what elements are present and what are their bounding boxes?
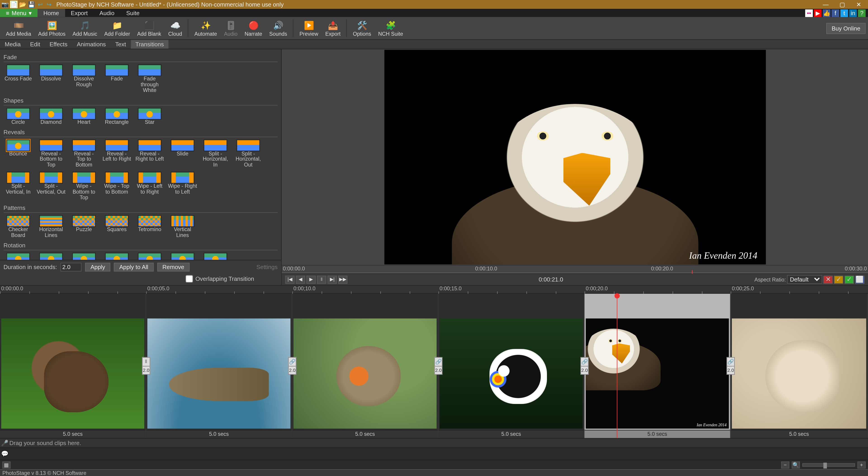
transition-split-vertical-in[interactable]: Split - Vertical, In — [4, 172, 33, 201]
transition-vertical-lines[interactable]: Vertical Lines — [168, 215, 197, 238]
transition-fan-top-to-bottom[interactable]: Fan - Top to Bottom — [36, 252, 66, 260]
apply-button[interactable]: Apply — [85, 263, 111, 272]
duration-input[interactable] — [61, 263, 82, 272]
facebook-icon[interactable]: f — [832, 9, 839, 17]
export-button[interactable]: 📤Export — [322, 19, 344, 38]
timeline-mode-icon[interactable]: ▦ — [2, 461, 10, 468]
transitions-list[interactable]: FadeCross FadeDissolveDissolve RoughFade… — [0, 49, 281, 260]
zoom-in-button[interactable]: + — [857, 461, 866, 468]
transition-wipe-top-to-bottom[interactable]: Wipe - Top to Bottom — [102, 172, 132, 201]
flickr-icon[interactable]: •• — [805, 9, 813, 17]
transition-circle[interactable]: Circle — [4, 108, 33, 125]
flag-orange[interactable]: ✓ — [834, 275, 843, 283]
maximize-button[interactable]: ▢ — [834, 0, 850, 9]
flag-red[interactable]: ✕ — [824, 275, 833, 283]
transition-tetromino[interactable]: Tetromino — [135, 215, 164, 238]
linkedin-icon[interactable]: in — [849, 9, 857, 17]
sounds-button[interactable]: 🔊Sounds — [266, 19, 290, 38]
clip-5[interactable]: 🔗2.0 Ian Evenden 2014 5.0 secs — [585, 294, 731, 438]
clip-4[interactable]: 🔗2.0 5.0 secs — [438, 294, 585, 438]
flag-green[interactable]: ✓ — [844, 275, 854, 283]
clip-1[interactable]: 5.0 secs — [0, 294, 146, 438]
buy-online-button[interactable]: Buy Online — [827, 23, 866, 34]
narration-track[interactable] — [0, 447, 868, 460]
remove-button[interactable]: Remove — [157, 263, 189, 272]
undo-icon[interactable]: ↩ — [36, 1, 44, 8]
open-icon[interactable]: 📂 — [19, 1, 27, 8]
transition-reveal-bottom-to-top[interactable]: Reveal - Bottom to Top — [36, 139, 66, 169]
help-icon[interactable]: ? — [858, 9, 866, 17]
goto-start-button[interactable]: |◀ — [285, 275, 294, 283]
transition-cross-fade[interactable]: Cross Fade — [4, 65, 33, 94]
narrate-button[interactable]: 🔴Narrate — [241, 19, 266, 38]
transition-puzzle[interactable]: Puzzle — [69, 215, 99, 238]
tab-export[interactable]: Export — [65, 9, 94, 17]
aspect-ratio-select[interactable]: Default — [787, 275, 822, 284]
transition-badge[interactable]: 🔗2.0 — [434, 357, 442, 376]
transition-slide[interactable]: Slide — [168, 139, 197, 169]
transition-star[interactable]: Star — [135, 108, 164, 125]
transition-badge[interactable]: 🔗2.0 — [726, 357, 735, 376]
transition-squares[interactable]: Squares — [102, 215, 132, 238]
transition-reveal-left-to-right[interactable]: Reveal - Left to Right — [102, 139, 132, 169]
transition-rectangle[interactable]: Rectangle — [102, 108, 132, 125]
menu-button[interactable]: ≡ Menu ▾ — [0, 9, 37, 17]
transition-wipe-left-to-right[interactable]: Wipe - Left to Right — [135, 172, 164, 201]
transition-roll[interactable]: Roll — [201, 252, 230, 260]
preview-button[interactable]: ▶️Preview — [296, 19, 322, 38]
transition-radial-smooth-clockwise[interactable]: Radial Smooth - Clockwise — [135, 252, 164, 260]
transition-diamond[interactable]: Diamond — [36, 108, 66, 125]
transition-dissolve[interactable]: Dissolve — [36, 65, 66, 94]
preview-scrubber[interactable]: 0:00:00.0 0:00:10.0 0:00:20.0 0:00:30.0 — [282, 265, 868, 273]
add-music-button[interactable]: 🎵Add Music — [69, 19, 101, 38]
transition-bounce[interactable]: Bounce — [4, 139, 33, 169]
overlap-checkbox[interactable]: Overlapping Transition — [185, 275, 254, 283]
transition-badge[interactable]: ⦀2.0 — [142, 357, 150, 376]
youtube-icon[interactable]: ▶ — [814, 9, 822, 17]
transition-reveal-right-to-left[interactable]: Reveal - Right to Left — [135, 139, 164, 169]
transition-badge[interactable]: 🔗2.0 — [288, 357, 296, 376]
subtab-animations[interactable]: Animations — [72, 40, 111, 49]
zoom-slider[interactable] — [802, 463, 855, 467]
add-blank-button[interactable]: ⬛Add Blank — [134, 19, 165, 38]
next-frame-button[interactable]: ⦀ — [317, 275, 327, 283]
transition-horizontal-lines[interactable]: Horizontal Lines — [36, 215, 66, 238]
transition-reveal-top-to-bottom[interactable]: Reveal - Top to Bottom — [69, 139, 99, 169]
transition-wipe-bottom-to-top[interactable]: Wipe - Bottom to Top — [69, 172, 99, 201]
subtab-text[interactable]: Text — [111, 40, 131, 49]
time-ruler[interactable]: 0:00:00.00:00;05.00:00;10.00:00;15.00:00… — [0, 285, 868, 294]
playhead[interactable] — [617, 294, 618, 438]
like-icon[interactable]: 👍 — [823, 9, 831, 17]
prev-frame-button[interactable]: ◀ — [296, 275, 305, 283]
transition-heart[interactable]: Heart — [69, 108, 99, 125]
cloud-button[interactable]: ☁️Cloud — [165, 19, 186, 38]
flag-blue[interactable]: ⬜ — [855, 275, 865, 283]
transition-radial-counter-clock-[interactable]: Radial - Counter-Clock... — [102, 252, 132, 260]
transition-fan-bottom-to-top[interactable]: Fan - Bottom to Top — [4, 252, 33, 260]
transition-split-horizontal-out[interactable]: Split - Horizontal, Out — [234, 139, 263, 169]
tab-suite[interactable]: Suite — [120, 9, 145, 17]
subtab-effects[interactable]: Effects — [45, 40, 72, 49]
tab-home[interactable]: Home — [37, 9, 65, 17]
tab-audio[interactable]: Audio — [94, 9, 120, 17]
transition-fade[interactable]: Fade — [102, 65, 132, 94]
next-clip-button[interactable]: ▶| — [328, 275, 337, 283]
clip-6[interactable]: 🔗2.0 5.0 secs — [731, 294, 868, 438]
clip-2[interactable]: ⦀2.0 5.0 secs — [146, 294, 292, 438]
save-icon[interactable]: 💾 — [28, 1, 35, 8]
sound-track[interactable]: Drag your sound clips here. — [0, 438, 868, 447]
transition-radial-smooth-counter-clock-[interactable]: Radial Smooth - Counter-Clock... — [168, 252, 197, 260]
redo-icon[interactable]: ↪ — [45, 1, 53, 8]
add-media-button[interactable]: 🎞️Add Media — [2, 19, 35, 38]
transition-fade-through-white[interactable]: Fade through White — [135, 65, 164, 94]
add-photos-button[interactable]: 🖼️Add Photos — [35, 19, 69, 38]
clip-3[interactable]: 🔗2.0 5.0 secs — [292, 294, 438, 438]
subtab-transitions[interactable]: Transitions — [131, 40, 169, 49]
subtab-media[interactable]: Media — [0, 40, 25, 49]
transition-badge[interactable]: 🔗2.0 — [580, 357, 589, 376]
twitter-icon[interactable]: t — [840, 9, 848, 17]
transition-dissolve-rough[interactable]: Dissolve Rough — [69, 65, 99, 94]
transition-checker-board[interactable]: Checker Board — [4, 215, 33, 238]
new-icon[interactable]: 📄 — [10, 1, 18, 8]
goto-end-button[interactable]: ▶▶ — [338, 275, 347, 283]
